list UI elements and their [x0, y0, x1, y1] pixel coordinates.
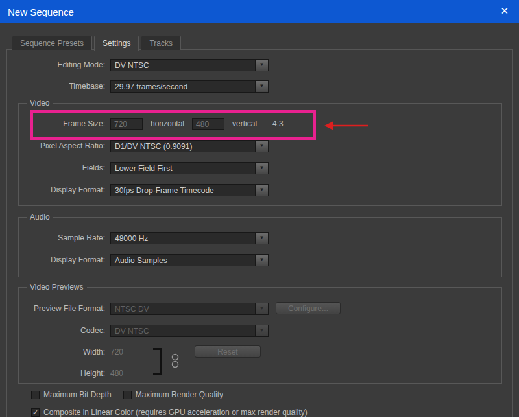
chevron-down-icon[interactable]: ▼	[255, 233, 268, 244]
max-render-quality-label[interactable]: Maximum Render Quality	[136, 390, 223, 399]
composite-linear-checkbox[interactable]: ✓	[31, 408, 40, 417]
editing-mode-dropdown[interactable]: DV NTSC ▼	[110, 59, 269, 71]
sample-rate-dropdown[interactable]: 48000 Hz ▼	[110, 232, 269, 244]
chevron-down-icon[interactable]: ▼	[255, 255, 268, 266]
chevron-down-icon[interactable]: ▼	[255, 163, 268, 174]
titlebar: New Sequence ✕	[0, 0, 519, 23]
link-icon	[171, 353, 180, 369]
dropdown-arrow-glyph: ▼	[260, 143, 265, 148]
max-bit-depth-label[interactable]: Maximum Bit Depth	[43, 390, 112, 399]
fields-row: Fields: Lower Field First ▼	[8, 161, 269, 174]
vertical-unit-label: vertical	[232, 119, 257, 128]
editing-mode-label: Editing Mode:	[8, 60, 105, 69]
pixel-aspect-ratio-label: Pixel Aspect Ratio:	[8, 141, 105, 150]
dropdown-arrow-glyph: ▼	[260, 235, 265, 240]
tab-tracks[interactable]: Tracks	[141, 36, 181, 50]
tab-sequence-presets[interactable]: Sequence Presets	[12, 36, 92, 50]
new-sequence-dialog: New Sequence ✕ Sequence Presets Settings…	[0, 0, 519, 417]
editing-mode-row: Editing Mode: DV NTSC ▼	[8, 58, 269, 71]
dropdown-arrow-glyph: ▼	[260, 257, 265, 262]
codec-row: Codec: DV NTSC ▼	[8, 324, 269, 337]
fields-value: Lower Field First	[111, 163, 255, 174]
tab-settings[interactable]: Settings	[94, 36, 139, 51]
pixel-aspect-ratio-dropdown[interactable]: D1/DV NTSC (0.9091) ▼	[110, 140, 269, 152]
preview-height-label: Height:	[8, 369, 105, 378]
dropdown-arrow-glyph: ▼	[260, 84, 265, 89]
audio-display-format-value: Audio Samples	[111, 255, 255, 266]
preview-width-value: 720	[110, 347, 123, 356]
video-display-format-value: 30fps Drop-Frame Timecode	[111, 185, 255, 196]
dropdown-arrow-glyph: ▼	[260, 306, 265, 311]
configure-button[interactable]: Configure...	[276, 302, 341, 314]
frame-size-label: Frame Size:	[8, 119, 105, 128]
chevron-down-icon[interactable]: ▼	[255, 325, 268, 336]
dropdown-arrow-glyph: ▼	[260, 62, 265, 67]
video-group-title: Video	[27, 99, 53, 108]
editing-mode-value: DV NTSC	[111, 60, 255, 71]
horizontal-unit-label: horizontal	[151, 119, 184, 128]
max-render-quality-checkbox[interactable]	[123, 391, 132, 399]
sample-rate-label: Sample Rate:	[8, 233, 105, 242]
video-display-format-dropdown[interactable]: 30fps Drop-Frame Timecode ▼	[110, 184, 269, 196]
preview-height-row: Height: 480	[8, 367, 123, 380]
timebase-label: Timebase:	[8, 82, 105, 91]
timebase-value: 29.97 frames/second	[111, 81, 255, 92]
preview-file-format-dropdown[interactable]: NTSC DV ▼	[110, 303, 269, 315]
codec-label: Codec:	[8, 326, 105, 335]
dropdown-arrow-glyph: ▼	[260, 165, 265, 170]
window-title: New Sequence	[8, 6, 74, 18]
codec-value: DV NTSC	[111, 325, 255, 336]
timebase-row: Timebase: 29.97 frames/second ▼	[8, 80, 269, 93]
video-display-format-row: Display Format: 30fps Drop-Frame Timecod…	[8, 183, 269, 196]
dimension-link-bracket	[153, 348, 162, 375]
reset-button[interactable]: Reset	[195, 345, 261, 358]
chevron-down-icon[interactable]: ▼	[255, 185, 268, 196]
composite-linear-label[interactable]: Composite in Linear Color (requires GPU …	[43, 408, 308, 417]
preview-width-row: Width: 720	[8, 345, 123, 358]
audio-group-title: Audio	[27, 213, 53, 222]
fields-label: Fields:	[8, 163, 105, 172]
pixel-aspect-ratio-row: Pixel Aspect Ratio: D1/DV NTSC (0.9091) …	[8, 139, 269, 152]
preview-file-format-label: Preview File Format:	[8, 304, 105, 313]
codec-dropdown[interactable]: DV NTSC ▼	[110, 325, 269, 337]
video-display-format-label: Display Format:	[8, 185, 105, 194]
video-previews-group-title: Video Previews	[27, 283, 87, 292]
dropdown-arrow-glyph: ▼	[260, 187, 265, 192]
preview-height-value: 480	[110, 369, 123, 378]
frame-height-field[interactable]: 480	[192, 118, 224, 130]
audio-display-format-label: Display Format:	[8, 255, 105, 264]
timebase-dropdown[interactable]: 29.97 frames/second ▼	[110, 80, 269, 93]
fields-dropdown[interactable]: Lower Field First ▼	[110, 162, 269, 174]
audio-display-format-row: Display Format: Audio Samples ▼	[8, 253, 269, 266]
preview-file-format-value: NTSC DV	[111, 303, 255, 314]
aspect-ratio-value: 4:3	[272, 119, 284, 128]
chevron-down-icon[interactable]: ▼	[255, 81, 268, 92]
audio-group: Audio	[18, 217, 502, 277]
tab-bar: Sequence Presets Settings Tracks	[12, 36, 181, 51]
chevron-down-icon[interactable]: ▼	[255, 60, 268, 71]
sample-rate-row: Sample Rate: 48000 Hz ▼	[8, 231, 269, 244]
frame-width-field[interactable]: 720	[110, 118, 143, 130]
chevron-down-icon[interactable]: ▼	[255, 141, 268, 152]
audio-display-format-dropdown[interactable]: Audio Samples ▼	[110, 254, 269, 266]
chevron-down-icon[interactable]: ▼	[255, 303, 268, 314]
sample-rate-value: 48000 Hz	[111, 233, 255, 244]
dropdown-arrow-glyph: ▼	[260, 328, 265, 333]
preview-file-format-row: Preview File Format: NTSC DV ▼	[8, 302, 269, 315]
frame-size-row: Frame Size: 720 horizontal 480 vertical …	[8, 117, 284, 130]
preview-width-label: Width:	[8, 347, 105, 356]
close-icon[interactable]: ✕	[500, 5, 509, 17]
quality-options-row: Maximum Bit Depth Maximum Render Quality	[31, 388, 223, 401]
composite-linear-row: ✓ Composite in Linear Color (requires GP…	[31, 406, 308, 419]
max-bit-depth-checkbox[interactable]	[31, 391, 40, 399]
pixel-aspect-ratio-value: D1/DV NTSC (0.9091)	[111, 141, 255, 152]
